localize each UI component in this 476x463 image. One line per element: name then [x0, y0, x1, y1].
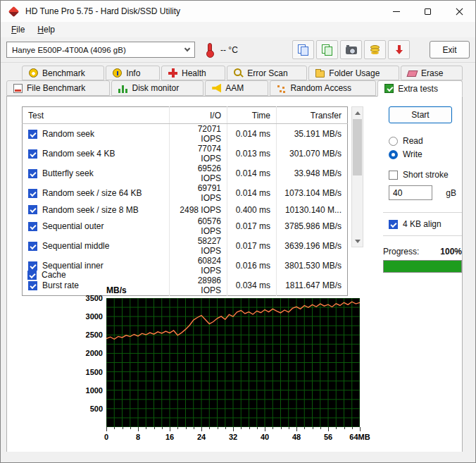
save-results-button[interactable] [364, 40, 386, 59]
tab-error-scan[interactable]: Error Scan [227, 66, 307, 80]
test-name: Random seek / size 64 KB [42, 188, 142, 198]
align-checkbox[interactable] [389, 220, 398, 229]
drive-select[interactable]: Hanye E500P-4T00A (4096 gB) [6, 42, 195, 58]
test-name: Sequential inner [42, 261, 104, 271]
copy-icon [298, 44, 308, 55]
tab-aam[interactable]: AAM [205, 80, 268, 96]
time-value: 0.014 ms [227, 124, 277, 144]
tab-benchmark[interactable]: Benchmark [22, 66, 104, 80]
table-row[interactable]: Burst rate28986 IOPS0.034 ms1811.647 MB/… [23, 276, 348, 296]
row-checkbox[interactable] [28, 169, 37, 178]
x-axis-tick [114, 427, 115, 429]
scroll-down-button[interactable] [352, 235, 363, 247]
row-checkbox[interactable] [28, 130, 37, 139]
row-checkbox[interactable] [28, 261, 37, 271]
row-checkbox[interactable] [28, 189, 37, 198]
x-axis-tick [289, 427, 289, 429]
y-axis-label: 2000 [86, 348, 103, 358]
tab-disk-monitor[interactable]: Disk monitor [111, 80, 203, 96]
x-axis-tick [233, 427, 234, 431]
tab-folder-usage[interactable]: Folder Usage [308, 66, 399, 80]
short-stroke-size-input[interactable] [389, 185, 432, 200]
table-row[interactable]: Random seek72071 IOPS0.014 ms35.191 MB/s [23, 124, 348, 144]
x-axis-tick [130, 427, 131, 429]
short-stroke-unit: gB [446, 188, 456, 198]
table-row[interactable]: Random seek 4 KB77074 IOPS0.013 ms301.07… [23, 144, 348, 163]
progress-fill [384, 261, 461, 272]
window-maximize-button[interactable] [412, 1, 444, 22]
tab-random-access[interactable]: Random Access [270, 80, 376, 96]
write-radio[interactable] [389, 150, 398, 159]
time-value: 0.034 ms [227, 276, 277, 296]
x-axis-label: 56 [324, 433, 332, 441]
test-name: Random seek [42, 129, 94, 139]
x-axis-tick [162, 427, 163, 429]
transfer-value: 1811.647 MB/s [277, 276, 348, 296]
arrow-up-icon [355, 111, 361, 115]
window-bottom-border [1, 452, 475, 462]
short-stroke-checkbox[interactable] [389, 171, 398, 180]
export-button[interactable] [388, 40, 410, 59]
table-row[interactable]: Random seek / size 64 KB69791 IOPS0.014 … [23, 183, 348, 203]
scroll-up-button[interactable] [352, 107, 363, 118]
chart-x-axis: 0816243240485664MB [106, 433, 360, 443]
menu-help[interactable]: Help [31, 23, 61, 36]
read-option[interactable]: Read [389, 136, 423, 146]
copy-info-button[interactable] [316, 40, 338, 59]
io-value: 28986 IOPS [170, 276, 227, 296]
chart-unit-label: MB/s [106, 285, 127, 295]
tab-file-benchmark[interactable]: File Benchmark [6, 80, 110, 96]
row-checkbox[interactable] [28, 205, 37, 214]
titlebar: HD Tune Pro 5.75 - Hard Disk/SSD Utility [1, 1, 475, 22]
tab-label: Random Access [290, 83, 351, 93]
copy-text-button[interactable] [292, 40, 314, 59]
align-option[interactable]: 4 KB align [389, 219, 441, 229]
menu-file[interactable]: File [5, 23, 31, 36]
x-axis-tick [177, 427, 178, 429]
row-checkbox[interactable] [28, 281, 37, 290]
camera-icon [346, 47, 357, 54]
transfer-value: 35.191 MB/s [277, 124, 348, 144]
minimize-icon [393, 11, 400, 12]
table-header-row: Test I/O Time Transfer [23, 107, 348, 124]
align-label: 4 KB align [403, 219, 441, 229]
table-row[interactable]: Random seek / size 8 MB2498 IOPS0.400 ms… [23, 203, 348, 216]
screenshot-button[interactable] [340, 40, 362, 59]
cache-option[interactable]: Cache [27, 270, 66, 280]
tab-health[interactable]: Health [161, 66, 225, 80]
results-scrollbar[interactable] [351, 106, 363, 247]
table-row[interactable]: Butterfly seek69526 IOPS0.014 ms33.948 M… [23, 163, 348, 183]
exit-button[interactable]: Exit [430, 41, 470, 58]
col-header-time: Time [227, 107, 277, 124]
tab-extra-tests[interactable]: Extra tests [377, 80, 463, 97]
error-scan-icon [234, 68, 243, 78]
io-value: 60576 IOPS [170, 216, 227, 236]
io-value: 77074 IOPS [170, 144, 227, 163]
table-row[interactable]: Sequential outer60576 IOPS0.017 ms3785.9… [23, 216, 348, 236]
transfer-value: 1073.104 MB/s [277, 183, 348, 203]
short-stroke-size-row: gB [389, 185, 456, 200]
tab-info[interactable]: Info [106, 66, 160, 80]
x-axis-tick [146, 427, 146, 429]
tab-erase[interactable]: Erase [401, 66, 463, 80]
database-icon [370, 45, 380, 54]
row-checkbox[interactable] [28, 242, 37, 251]
table-row[interactable]: Sequential middle58227 IOPS0.017 ms3639.… [23, 236, 348, 256]
row-checkbox[interactable] [28, 222, 37, 231]
read-radio[interactable] [389, 137, 398, 146]
io-value: 72071 IOPS [170, 124, 227, 144]
scrollbar-thumb[interactable] [353, 119, 362, 175]
short-stroke-option[interactable]: Short stroke [389, 170, 449, 180]
x-axis-tick [328, 427, 329, 431]
write-option[interactable]: Write [389, 149, 422, 159]
x-axis-tick [170, 427, 170, 431]
row-checkbox[interactable] [28, 149, 37, 159]
x-axis-tick [249, 427, 250, 429]
table-row[interactable]: Sequential inner60824 IOPS0.016 ms3801.5… [23, 256, 348, 276]
temperature-readout: -- °C [220, 45, 238, 55]
window-minimize-button[interactable] [380, 1, 412, 22]
start-button[interactable]: Start [389, 106, 452, 123]
cache-checkbox[interactable] [27, 271, 37, 280]
window-close-button[interactable] [444, 1, 475, 22]
arrow-down-icon [355, 240, 361, 243]
